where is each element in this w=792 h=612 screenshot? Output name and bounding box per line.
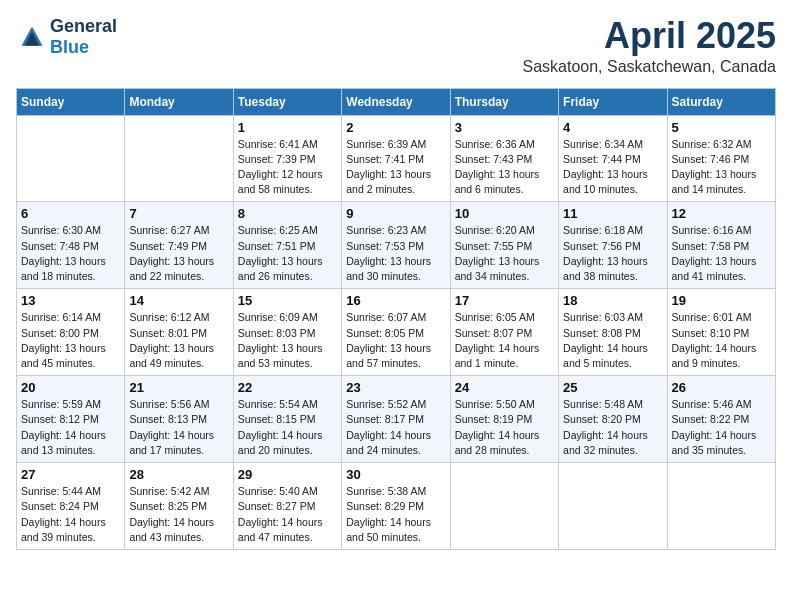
day-info: Sunrise: 6:07 AMSunset: 8:05 PMDaylight:…	[346, 310, 445, 371]
calendar-cell: 27Sunrise: 5:44 AMSunset: 8:24 PMDayligh…	[17, 463, 125, 550]
calendar-cell: 18Sunrise: 6:03 AMSunset: 8:08 PMDayligh…	[559, 289, 667, 376]
col-header-monday: Monday	[125, 88, 233, 115]
day-number: 22	[238, 380, 337, 395]
day-info: Sunrise: 6:34 AMSunset: 7:44 PMDaylight:…	[563, 137, 662, 198]
day-info: Sunrise: 6:20 AMSunset: 7:55 PMDaylight:…	[455, 223, 554, 284]
day-number: 2	[346, 120, 445, 135]
calendar-cell: 4Sunrise: 6:34 AMSunset: 7:44 PMDaylight…	[559, 115, 667, 202]
calendar-cell: 15Sunrise: 6:09 AMSunset: 8:03 PMDayligh…	[233, 289, 341, 376]
day-info: Sunrise: 5:42 AMSunset: 8:25 PMDaylight:…	[129, 484, 228, 545]
day-number: 11	[563, 206, 662, 221]
day-info: Sunrise: 5:46 AMSunset: 8:22 PMDaylight:…	[672, 397, 771, 458]
day-info: Sunrise: 6:09 AMSunset: 8:03 PMDaylight:…	[238, 310, 337, 371]
calendar-cell: 11Sunrise: 6:18 AMSunset: 7:56 PMDayligh…	[559, 202, 667, 289]
calendar-week-row: 1Sunrise: 6:41 AMSunset: 7:39 PMDaylight…	[17, 115, 776, 202]
day-info: Sunrise: 5:56 AMSunset: 8:13 PMDaylight:…	[129, 397, 228, 458]
logo-icon	[18, 23, 46, 51]
calendar-cell: 29Sunrise: 5:40 AMSunset: 8:27 PMDayligh…	[233, 463, 341, 550]
day-info: Sunrise: 5:54 AMSunset: 8:15 PMDaylight:…	[238, 397, 337, 458]
day-number: 3	[455, 120, 554, 135]
day-info: Sunrise: 6:16 AMSunset: 7:58 PMDaylight:…	[672, 223, 771, 284]
day-number: 7	[129, 206, 228, 221]
col-header-sunday: Sunday	[17, 88, 125, 115]
day-info: Sunrise: 6:39 AMSunset: 7:41 PMDaylight:…	[346, 137, 445, 198]
day-number: 13	[21, 293, 120, 308]
calendar-cell: 24Sunrise: 5:50 AMSunset: 8:19 PMDayligh…	[450, 376, 558, 463]
day-number: 4	[563, 120, 662, 135]
calendar-cell: 21Sunrise: 5:56 AMSunset: 8:13 PMDayligh…	[125, 376, 233, 463]
calendar-cell: 9Sunrise: 6:23 AMSunset: 7:53 PMDaylight…	[342, 202, 450, 289]
day-info: Sunrise: 6:41 AMSunset: 7:39 PMDaylight:…	[238, 137, 337, 198]
day-number: 25	[563, 380, 662, 395]
calendar-cell: 13Sunrise: 6:14 AMSunset: 8:00 PMDayligh…	[17, 289, 125, 376]
location-title: Saskatoon, Saskatchewan, Canada	[523, 58, 777, 76]
calendar-cell: 25Sunrise: 5:48 AMSunset: 8:20 PMDayligh…	[559, 376, 667, 463]
day-number: 29	[238, 467, 337, 482]
day-info: Sunrise: 6:12 AMSunset: 8:01 PMDaylight:…	[129, 310, 228, 371]
day-info: Sunrise: 6:27 AMSunset: 7:49 PMDaylight:…	[129, 223, 228, 284]
day-number: 28	[129, 467, 228, 482]
calendar-cell: 19Sunrise: 6:01 AMSunset: 8:10 PMDayligh…	[667, 289, 775, 376]
calendar-cell: 10Sunrise: 6:20 AMSunset: 7:55 PMDayligh…	[450, 202, 558, 289]
calendar-cell	[667, 463, 775, 550]
day-number: 30	[346, 467, 445, 482]
month-title: April 2025	[523, 16, 777, 56]
calendar-week-row: 13Sunrise: 6:14 AMSunset: 8:00 PMDayligh…	[17, 289, 776, 376]
day-info: Sunrise: 5:44 AMSunset: 8:24 PMDaylight:…	[21, 484, 120, 545]
page-header: General Blue April 2025 Saskatoon, Saska…	[16, 16, 776, 76]
calendar-cell: 30Sunrise: 5:38 AMSunset: 8:29 PMDayligh…	[342, 463, 450, 550]
calendar-table: SundayMondayTuesdayWednesdayThursdayFrid…	[16, 88, 776, 550]
day-number: 21	[129, 380, 228, 395]
day-number: 14	[129, 293, 228, 308]
day-info: Sunrise: 6:05 AMSunset: 8:07 PMDaylight:…	[455, 310, 554, 371]
calendar-cell: 14Sunrise: 6:12 AMSunset: 8:01 PMDayligh…	[125, 289, 233, 376]
col-header-thursday: Thursday	[450, 88, 558, 115]
day-number: 19	[672, 293, 771, 308]
day-number: 23	[346, 380, 445, 395]
calendar-body: 1Sunrise: 6:41 AMSunset: 7:39 PMDaylight…	[17, 115, 776, 549]
calendar-cell	[125, 115, 233, 202]
day-number: 16	[346, 293, 445, 308]
logo-text-general: General	[50, 16, 117, 36]
calendar-cell: 20Sunrise: 5:59 AMSunset: 8:12 PMDayligh…	[17, 376, 125, 463]
calendar-cell: 3Sunrise: 6:36 AMSunset: 7:43 PMDaylight…	[450, 115, 558, 202]
day-info: Sunrise: 5:59 AMSunset: 8:12 PMDaylight:…	[21, 397, 120, 458]
day-number: 26	[672, 380, 771, 395]
calendar-cell: 8Sunrise: 6:25 AMSunset: 7:51 PMDaylight…	[233, 202, 341, 289]
col-header-friday: Friday	[559, 88, 667, 115]
day-info: Sunrise: 6:18 AMSunset: 7:56 PMDaylight:…	[563, 223, 662, 284]
day-info: Sunrise: 5:50 AMSunset: 8:19 PMDaylight:…	[455, 397, 554, 458]
day-number: 9	[346, 206, 445, 221]
calendar-week-row: 20Sunrise: 5:59 AMSunset: 8:12 PMDayligh…	[17, 376, 776, 463]
day-info: Sunrise: 6:30 AMSunset: 7:48 PMDaylight:…	[21, 223, 120, 284]
calendar-week-row: 6Sunrise: 6:30 AMSunset: 7:48 PMDaylight…	[17, 202, 776, 289]
calendar-cell: 5Sunrise: 6:32 AMSunset: 7:46 PMDaylight…	[667, 115, 775, 202]
calendar-header-row: SundayMondayTuesdayWednesdayThursdayFrid…	[17, 88, 776, 115]
col-header-wednesday: Wednesday	[342, 88, 450, 115]
title-block: April 2025 Saskatoon, Saskatchewan, Cana…	[523, 16, 777, 76]
day-info: Sunrise: 6:03 AMSunset: 8:08 PMDaylight:…	[563, 310, 662, 371]
day-number: 17	[455, 293, 554, 308]
calendar-cell: 7Sunrise: 6:27 AMSunset: 7:49 PMDaylight…	[125, 202, 233, 289]
calendar-cell: 23Sunrise: 5:52 AMSunset: 8:17 PMDayligh…	[342, 376, 450, 463]
day-number: 24	[455, 380, 554, 395]
day-number: 20	[21, 380, 120, 395]
day-info: Sunrise: 5:38 AMSunset: 8:29 PMDaylight:…	[346, 484, 445, 545]
calendar-cell: 22Sunrise: 5:54 AMSunset: 8:15 PMDayligh…	[233, 376, 341, 463]
day-info: Sunrise: 6:25 AMSunset: 7:51 PMDaylight:…	[238, 223, 337, 284]
day-info: Sunrise: 6:14 AMSunset: 8:00 PMDaylight:…	[21, 310, 120, 371]
day-info: Sunrise: 6:01 AMSunset: 8:10 PMDaylight:…	[672, 310, 771, 371]
calendar-cell: 2Sunrise: 6:39 AMSunset: 7:41 PMDaylight…	[342, 115, 450, 202]
logo-text-blue: Blue	[50, 37, 89, 57]
col-header-saturday: Saturday	[667, 88, 775, 115]
day-number: 12	[672, 206, 771, 221]
calendar-cell: 1Sunrise: 6:41 AMSunset: 7:39 PMDaylight…	[233, 115, 341, 202]
day-info: Sunrise: 6:23 AMSunset: 7:53 PMDaylight:…	[346, 223, 445, 284]
day-number: 8	[238, 206, 337, 221]
day-number: 18	[563, 293, 662, 308]
day-info: Sunrise: 6:32 AMSunset: 7:46 PMDaylight:…	[672, 137, 771, 198]
calendar-week-row: 27Sunrise: 5:44 AMSunset: 8:24 PMDayligh…	[17, 463, 776, 550]
day-number: 6	[21, 206, 120, 221]
day-number: 15	[238, 293, 337, 308]
logo: General Blue	[16, 16, 117, 58]
